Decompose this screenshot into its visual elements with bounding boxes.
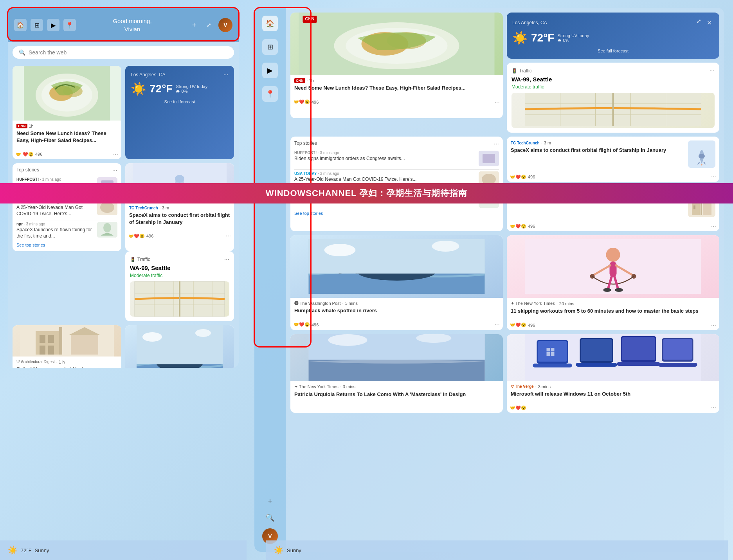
right-cnn-feature[interactable]: CNN CNN · 1h Need Some New Lunch Ideas? …	[290, 13, 503, 118]
see-top-stories-link[interactable]: See top stories	[16, 243, 117, 247]
right-top-stories-more[interactable]: ···	[494, 140, 499, 148]
right-see-top-stories[interactable]: See top stories	[294, 211, 499, 216]
right-nyt-body: ✦ The New York Times · 20 mins 11 skippi…	[507, 298, 719, 320]
sidebar-video-icon[interactable]: ▶	[262, 63, 278, 78]
add-button[interactable]: +	[189, 20, 200, 31]
top-stories-more[interactable]: ···	[112, 167, 117, 174]
grid-icon[interactable]: ⊞	[31, 19, 43, 31]
right-traffic-map	[511, 93, 715, 128]
cnn-footer: 🤝 ❤️😮 496 ···	[13, 149, 121, 159]
cnn-title: Need Some New Lunch Ideas? These Easy, H…	[16, 130, 117, 144]
cnn-food-card[interactable]: CNN 1h Need Some New Lunch Ideas? These …	[13, 66, 121, 159]
svg-rect-28	[48, 346, 54, 355]
right-cnn-source: CNN · 1h	[294, 78, 499, 83]
architectural-card[interactable]: Ψ Architectural Digest · 1 h Rafael Mone…	[13, 325, 121, 368]
patricia-body: ✦ The New York Times · 3 mins Patricia U…	[290, 381, 503, 403]
patricia-card[interactable]: ✦ The New York Times · 3 mins Patricia U…	[290, 334, 503, 413]
weather-close[interactable]: ✕	[704, 18, 714, 27]
right-traffic-card[interactable]: 🚦 Traffic ··· WA-99, Seattle Moderate tr…	[507, 63, 719, 133]
top-stories-card: Top stories ··· HUFFPOST! · 3 mins ago B…	[13, 163, 121, 251]
left-content-grid: CNN 1h Need Some New Lunch Ideas? These …	[8, 63, 239, 368]
right-weather-link[interactable]: See full forecast	[512, 49, 714, 53]
svg-rect-122	[581, 339, 612, 361]
whale-card[interactable]: 🅦 The Washington Post · 3 mins Humpback …	[125, 325, 234, 368]
svg-rect-29	[59, 327, 62, 355]
sidebar-location-icon[interactable]: 📍	[262, 86, 278, 102]
search-bar[interactable]: 🔍 Search the web	[13, 46, 234, 59]
right-weather-sun-icon: ☀️	[512, 31, 528, 45]
svg-rect-92	[693, 205, 695, 209]
right-nyt-card[interactable]: ✦ The New York Times · 20 mins 11 skippi…	[507, 235, 719, 330]
top-stories-header: Top stories ···	[16, 167, 117, 174]
npr-source: npr · 3 mins ago	[16, 222, 94, 226]
status-bar-left: ☀️ 72°F Sunny	[0, 540, 247, 560]
verge-more[interactable]: ···	[711, 404, 716, 411]
promotional-banner[interactable]: WINDOWSCHANNEL 孕妇：孕期生活与期待指南	[0, 183, 733, 203]
right-weather-card[interactable]: Los Angeles, CA ⤢ ✕ ☀️ 72°F Strong UV to…	[507, 13, 719, 59]
tc-badge: TC TechCrunch	[129, 206, 158, 210]
more-options-button[interactable]: ···	[113, 151, 118, 158]
arch-body: Ψ Architectural Digest · 1 h Rafael Mone…	[13, 357, 121, 368]
svg-rect-23	[20, 325, 114, 357]
weather-temp: 72°F	[149, 83, 173, 95]
svg-rect-120	[533, 364, 572, 367]
arch-title: Rafael Moneo awarded Venice Architecture…	[16, 366, 117, 368]
weather-sun-icon: ☀️	[131, 81, 146, 96]
verge-body: ▽ The Verge · 3 mins Microsoft will rele…	[507, 381, 719, 403]
right-techcrunch-card[interactable]: TC TechCrunch · 3 m SpaceX aims to condu…	[507, 137, 719, 182]
right-whale-more[interactable]: ···	[495, 321, 500, 328]
svg-point-14	[175, 175, 184, 183]
right-cnn-body: CNN · 1h Need Some New Lunch Ideas? Thes…	[290, 75, 503, 97]
right-cnn-image: CNN	[290, 13, 503, 75]
banner-text: WINDOWSCHANNEL 孕妇：孕期生活与期待指南	[266, 187, 467, 199]
top-stories-label: Top stories	[16, 167, 39, 174]
verge-card[interactable]: ▽ The Verge · 3 mins Microsoft will rele…	[507, 334, 719, 413]
video-icon[interactable]: ▶	[47, 19, 59, 31]
sidebar-search-button[interactable]: 🔍	[264, 512, 276, 524]
right-traffic-more[interactable]: ···	[710, 67, 715, 74]
right-whale-image	[290, 235, 503, 298]
traffic-road-name: WA-99, Seattle	[130, 265, 229, 271]
svg-rect-30	[71, 335, 98, 355]
home-icon[interactable]: 🏠	[14, 19, 27, 31]
svg-point-36	[195, 329, 211, 337]
traffic-card[interactable]: 🚦 Traffic ··· WA-99, Seattle Moderate tr…	[125, 251, 234, 321]
status-weather-right: Sunny	[287, 547, 301, 553]
right-story-huffpost[interactable]: HUFFPOST! · 3 mins ago Biden signs immig…	[294, 151, 499, 166]
svg-point-102	[606, 248, 620, 262]
usatoday-title: A 25-Year-Old Nevada Man Got COVID-19 Tw…	[16, 205, 94, 217]
sidebar-grid-icon[interactable]: ⊞	[262, 39, 278, 55]
right-nyt-more[interactable]: ···	[711, 322, 716, 329]
cnn-source: CNN 1h	[16, 124, 117, 128]
weather-card[interactable]: Los Angeles, CA ··· ☀️ 72°F Strong UV to…	[125, 66, 234, 159]
traffic-more-button[interactable]: ···	[224, 256, 229, 263]
avatar[interactable]: V	[218, 18, 232, 32]
weather-forecast-link[interactable]: See full forecast	[131, 99, 229, 104]
right-whale-card[interactable]: 🅦 The Washington Post · 3 mins Humpback …	[290, 235, 503, 330]
right-arch-more[interactable]: ···	[711, 223, 716, 230]
techcrunch-body: TC TechCrunch · 3 m SpaceX aims to condu…	[125, 202, 234, 231]
location-icon[interactable]: 📍	[63, 19, 76, 31]
traffic-map	[130, 281, 229, 317]
right-main-content: CNN CNN · 1h Need Some New Lunch Ideas? …	[286, 8, 724, 421]
weather-expand[interactable]: ⤢	[697, 18, 701, 27]
right-cnn-footer: 🤝❤️😮 496 ···	[290, 97, 503, 107]
svg-rect-24	[36, 331, 59, 355]
arch-source: Ψ Architectural Digest · 1 h	[16, 360, 117, 364]
right-cnn-more[interactable]: ···	[495, 99, 500, 106]
sidebar-home-icon[interactable]: 🏠	[262, 16, 278, 31]
traffic-title: 🚦 Traffic	[130, 257, 150, 262]
story-npr[interactable]: npr · 3 mins ago SpaceX launches re-flow…	[16, 222, 117, 239]
tc-more-button[interactable]: ···	[226, 232, 231, 239]
svg-rect-126	[617, 362, 660, 366]
right-weather-main: ☀️ 72°F Strong UV today 🌧 0%	[512, 31, 714, 45]
right-tc-more[interactable]: ···	[711, 173, 716, 180]
sidebar-add-button[interactable]: +	[264, 495, 276, 507]
expand-button[interactable]: ⤢	[204, 20, 214, 31]
svg-point-8	[100, 202, 114, 213]
weather-more-button[interactable]: ···	[223, 71, 229, 78]
svg-text:CNN: CNN	[305, 16, 315, 21]
techcrunch-card[interactable]: TC TechCrunch · 3 m SpaceX aims to condu…	[125, 163, 234, 251]
right-sidebar: 🏠 ⊞ ▶ 📍 + 🔍 V	[254, 8, 286, 552]
svg-point-99	[324, 244, 356, 256]
